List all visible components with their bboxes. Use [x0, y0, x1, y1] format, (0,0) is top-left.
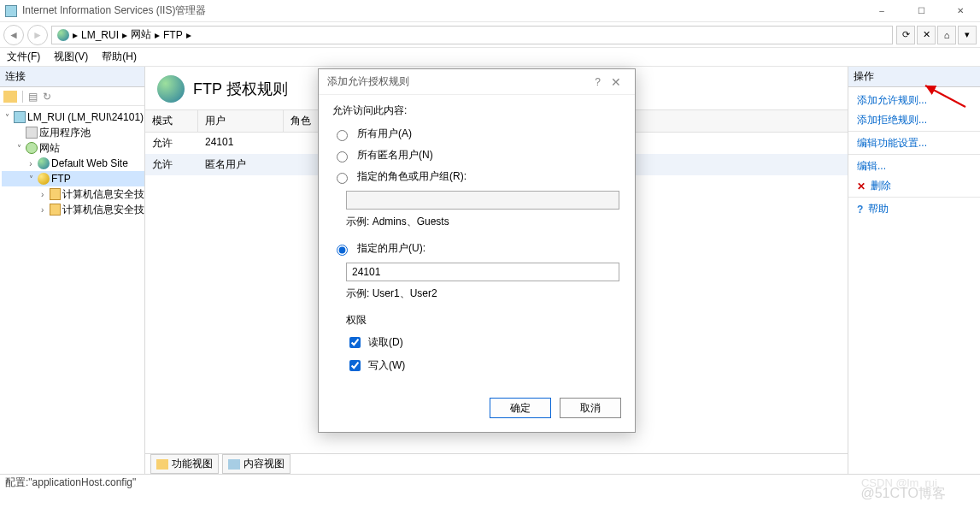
tree-sites[interactable]: ˅ 网站	[2, 140, 144, 156]
tree-ftp-label: FTP	[51, 173, 71, 185]
connections-toolbar: ▤ ↻	[0, 87, 144, 106]
users-example: 示例: User1、User2	[346, 286, 621, 301]
tree-app-pool[interactable]: 应用程序池	[2, 125, 144, 140]
radio-roles-input[interactable]	[337, 173, 348, 184]
radio-all-users-input[interactable]	[337, 130, 348, 141]
check-read-input[interactable]	[349, 337, 361, 348]
connections-tree[interactable]: ˅ LM_RUI (LM_RUI\24101) 应用程序池 ˅ 网站 › Def…	[0, 106, 144, 221]
tree-default-site[interactable]: › Default Web Site	[2, 156, 144, 171]
forward-button[interactable]: ►	[27, 25, 48, 45]
ok-button[interactable]: 确定	[490, 398, 551, 418]
users-input[interactable]	[346, 263, 619, 281]
dialog-title: 添加允许授权规则	[327, 74, 409, 89]
content-view-icon	[228, 459, 240, 470]
col-mode-header[interactable]: 模式	[145, 110, 198, 132]
action-add-deny[interactable]: 添加拒绝规则...	[848, 110, 980, 132]
dialog-close-button[interactable]: ✕	[606, 75, 626, 89]
cell-mode: 允许	[145, 133, 198, 154]
actions-header: 操作	[848, 67, 980, 87]
feature-view-icon	[156, 459, 168, 470]
menu-view[interactable]: 视图(V)	[54, 50, 88, 64]
breadcrumb-sep: ▸	[73, 29, 78, 41]
refresh-tree-icon[interactable]: ↻	[43, 91, 51, 103]
breadcrumb-sep: ▸	[186, 29, 191, 41]
cancel-button[interactable]: 取消	[560, 398, 621, 418]
breadcrumb[interactable]: ▸ LM_RUI ▸ 网站 ▸ FTP ▸	[51, 26, 893, 44]
cell-user: 匿名用户	[198, 154, 284, 175]
radio-all-users[interactable]: 所有用户(A)	[332, 127, 621, 141]
help-icon: ?	[857, 204, 863, 216]
address-bar: ◄ ► ▸ LM_RUI ▸ 网站 ▸ FTP ▸ ⟳ ✕ ⌂ ▾	[0, 22, 980, 48]
ftp-auth-icon	[157, 75, 185, 103]
col-user-header[interactable]: 用户	[198, 110, 284, 132]
breadcrumb-sep: ▸	[155, 29, 160, 41]
server-icon	[57, 29, 69, 41]
radio-roles[interactable]: 指定的角色或用户组(R):	[332, 169, 621, 184]
cell-user: 24101	[198, 133, 284, 154]
action-add-allow[interactable]: 添加允许规则...	[848, 91, 980, 110]
menu-help[interactable]: 帮助(H)	[102, 50, 137, 64]
action-help[interactable]: ?帮助	[848, 199, 980, 219]
radio-users-input[interactable]	[337, 245, 348, 256]
tree-server-label: LM_RUI (LM_RUI\24101)	[27, 111, 144, 123]
add-allow-rule-dialog: 添加允许授权规则 ? ✕ 允许访问此内容: 所有用户(A) 所有匿名用户(N) …	[318, 68, 636, 433]
tab-content-view[interactable]: 内容视图	[222, 454, 290, 474]
cell-mode: 允许	[145, 154, 198, 175]
breadcrumb-root[interactable]: LM_RUI	[81, 29, 119, 41]
status-config: 配置:"applicationHost.config"	[5, 476, 136, 490]
roles-example: 示例: Admins、Guests	[346, 215, 621, 229]
tree-ftp-sub2[interactable]: › 计算机信息安全技	[2, 202, 144, 217]
tree-default-site-label: Default Web Site	[51, 157, 128, 169]
close-button[interactable]: ✕	[941, 0, 980, 22]
radio-anon-users-input[interactable]	[337, 151, 348, 162]
check-write-input[interactable]	[349, 360, 361, 371]
actions-pane: 操作 添加允许规则... 添加拒绝规则... 编辑功能设置... 编辑... ✕…	[848, 67, 980, 474]
tree-ftp-sub2-label: 计算机信息安全技	[62, 203, 144, 217]
tree-app-pool-label: 应用程序池	[39, 126, 91, 140]
permissions-label: 权限	[346, 313, 621, 328]
address-tools: ⟳ ✕ ⌂ ▾	[896, 26, 977, 44]
refresh-nav-button[interactable]: ⟳	[896, 26, 915, 44]
menu-bar: 文件(F) 视图(V) 帮助(H)	[0, 48, 980, 67]
maximize-button[interactable]: ☐	[901, 0, 941, 22]
help-nav-dropdown[interactable]: ▾	[958, 26, 977, 44]
connections-header: 连接	[0, 67, 144, 87]
tree-ftp-site[interactable]: ˅ FTP	[2, 171, 144, 186]
window-title: Internet Information Services (IIS)管理器	[22, 3, 206, 18]
roles-input	[346, 191, 619, 210]
tree-ftp-sub1[interactable]: › 计算机信息安全技	[2, 186, 144, 202]
back-button[interactable]: ◄	[3, 25, 24, 45]
breadcrumb-sep: ▸	[122, 29, 127, 41]
menu-file[interactable]: 文件(F)	[7, 50, 40, 64]
action-edit[interactable]: 编辑...	[848, 157, 980, 176]
connect-icon[interactable]	[3, 91, 17, 103]
stop-nav-button[interactable]: ✕	[917, 26, 936, 44]
check-write[interactable]: 写入(W)	[346, 357, 621, 374]
minimize-button[interactable]: –	[862, 0, 901, 22]
radio-anon-users[interactable]: 所有匿名用户(N)	[332, 148, 621, 162]
view-tabs: 功能视图 内容视图	[145, 453, 848, 474]
breadcrumb-sites[interactable]: 网站	[131, 27, 151, 42]
delete-icon: ✕	[857, 180, 866, 192]
breadcrumb-ftp[interactable]: FTP	[163, 29, 183, 41]
app-icon	[5, 5, 17, 17]
radio-users[interactable]: 指定的用户(U):	[332, 241, 621, 256]
tree-server-node[interactable]: ˅ LM_RUI (LM_RUI\24101)	[2, 109, 144, 125]
dialog-help-button[interactable]: ?	[590, 76, 606, 88]
page-title: FTP 授权规则	[193, 79, 288, 99]
expand-icon[interactable]: ▤	[28, 91, 38, 103]
home-nav-button[interactable]: ⌂	[937, 26, 956, 44]
dialog-section-label: 允许访问此内容:	[332, 103, 621, 118]
tab-feature-view[interactable]: 功能视图	[150, 454, 219, 474]
check-read[interactable]: 读取(D)	[346, 334, 621, 351]
action-edit-feature[interactable]: 编辑功能设置...	[848, 133, 980, 155]
status-bar: 配置:"applicationHost.config"	[0, 474, 980, 491]
tree-ftp-sub1-label: 计算机信息安全技	[62, 187, 144, 202]
connections-pane: 连接 ▤ ↻ ˅ LM_RUI (LM_RUI\24101) 应用程序池 ˅ 网…	[0, 67, 145, 474]
window-titlebar: Internet Information Services (IIS)管理器 –…	[0, 0, 980, 22]
tree-sites-label: 网站	[39, 141, 60, 156]
action-delete[interactable]: ✕删除	[848, 176, 980, 198]
